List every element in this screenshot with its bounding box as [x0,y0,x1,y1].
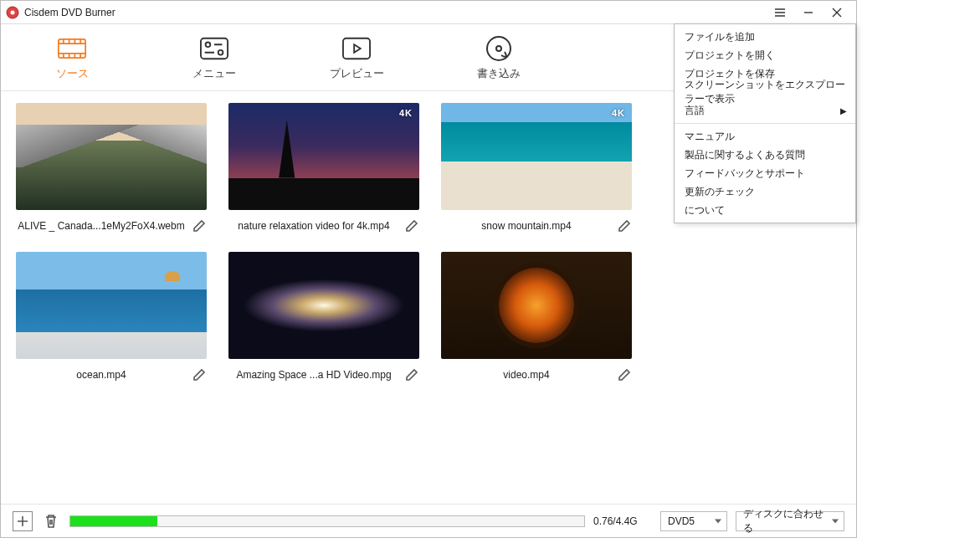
video-thumbnail[interactable] [228,252,419,359]
menu-screenshot-explorer[interactable]: スクリーンショットをエクスプローラーで表示 [675,83,855,101]
edit-button[interactable] [404,218,419,233]
menu-language-label: 言語 [685,104,705,118]
video-item[interactable]: 4K nature relaxation video for 4k.mp4 [228,103,419,237]
svg-point-4 [206,42,211,47]
menu-faq[interactable]: 製品に関するよくある質問 [675,146,855,164]
video-filename: ocean.mp4 [16,369,187,381]
video-thumbnail[interactable] [16,252,207,359]
close-button[interactable] [823,1,851,24]
menu-editor-icon [200,34,228,63]
chevron-right-icon: ▶ [840,106,847,115]
capacity-label: 0.76/4.4G [593,515,652,527]
video-filename: nature relaxation video for 4k.mp4 [228,220,399,232]
close-icon [832,8,842,18]
plus-icon [17,515,28,527]
menu-open-project[interactable]: プロジェクトを開く [675,46,855,64]
add-button[interactable] [13,511,33,531]
pencil-icon [192,219,206,233]
bottom-bar: 0.76/4.4G DVD5 ディスクに合わせる [1,504,856,537]
quality-badge: 4K [399,108,413,118]
pencil-icon [618,219,631,233]
menu-manual[interactable]: マニュアル [675,127,855,146]
pencil-icon [405,368,418,382]
disc-type-select[interactable]: DVD5 [660,511,727,531]
tab-preview[interactable]: プレビュー [285,24,428,90]
hamburger-button[interactable] [766,1,794,24]
disc-type-value: DVD5 [668,515,695,527]
app-icon [6,6,19,19]
fit-mode-select[interactable]: ディスクに合わせる [736,511,844,531]
video-item[interactable]: ocean.mp4 [16,252,207,386]
menu-add-file[interactable]: ファイルを追加 [675,28,855,46]
edit-button[interactable] [617,218,632,233]
tab-label: プレビュー [330,66,384,81]
svg-point-5 [218,49,223,54]
fit-mode-value: ディスクに合わせる [743,507,827,535]
pencil-icon [405,219,418,233]
edit-button[interactable] [404,367,419,382]
edit-button[interactable] [617,367,632,382]
film-icon [58,34,86,63]
hamburger-icon [774,7,786,18]
video-filename: Amazing Space ...a HD Video.mpg [228,369,399,381]
pencil-icon [618,368,631,382]
delete-button[interactable] [41,511,61,531]
svg-rect-6 [343,38,370,59]
video-thumbnail[interactable] [16,103,207,210]
video-item[interactable]: Amazing Space ...a HD Video.mpg [228,252,419,386]
hamburger-menu: ファイルを追加 プロジェクトを開く プロジェクトを保存 スクリーンショットをエク… [674,23,856,223]
svg-point-8 [496,46,501,51]
video-item[interactable]: ALIVE _ Canada...1eMy2FoX4.webm [16,103,207,237]
svg-rect-2 [59,38,85,57]
tab-label: メニュー [192,66,236,81]
tab-menu[interactable]: メニュー [143,24,285,90]
video-thumbnail[interactable]: 4K [441,103,632,210]
menu-language[interactable]: 言語 ▶ [675,101,855,120]
app-window: Cisdem DVD Burner ソース メニュー [0,0,857,538]
quality-badge: 4K [612,108,625,118]
svg-point-1 [11,10,15,14]
capacity-fill [70,516,157,526]
edit-button[interactable] [192,218,207,233]
disc-burn-icon [485,34,513,63]
pencil-icon [192,368,206,382]
video-filename: ALIVE _ Canada...1eMy2FoX4.webm [16,220,187,232]
menu-separator [675,123,855,124]
trash-icon [44,514,58,529]
svg-rect-3 [201,38,228,59]
tab-burn[interactable]: 書き込み [428,24,570,90]
minimize-icon [803,8,813,18]
play-icon [342,34,371,63]
edit-button[interactable] [192,367,207,382]
video-item[interactable]: 4K snow mountain.mp4 [441,103,632,237]
menu-check-update[interactable]: 更新のチェック [675,182,855,201]
tab-label: ソース [56,66,89,81]
video-filename: snow mountain.mp4 [441,220,612,232]
minimize-button[interactable] [794,1,823,24]
tab-label: 書き込み [477,66,521,81]
menu-feedback[interactable]: フィードバックとサポート [675,164,855,182]
video-thumbnail[interactable] [441,252,632,359]
capacity-bar [69,515,585,527]
window-title: Cisdem DVD Burner [24,7,115,18]
tab-source[interactable]: ソース [1,24,143,90]
video-item[interactable]: video.mp4 [441,252,632,386]
video-thumbnail[interactable]: 4K [228,103,419,210]
menu-about[interactable]: について [675,201,855,219]
video-filename: video.mp4 [441,369,612,381]
titlebar: Cisdem DVD Burner [1,1,856,24]
